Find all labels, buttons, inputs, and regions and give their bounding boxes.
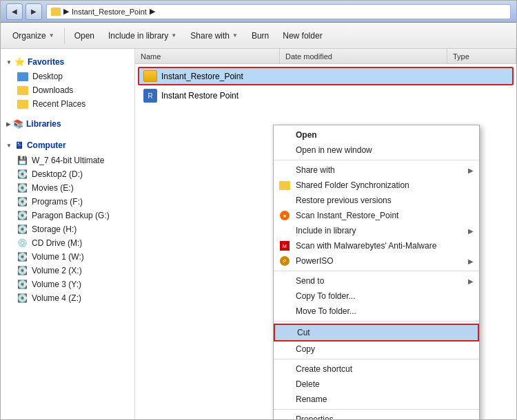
sidebar-item-drive-6[interactable]: 💿 CD Drive (M:) [1, 236, 134, 250]
libraries-header[interactable]: ▶ 📚 Libraries [1, 116, 134, 132]
drive-icon-1: 💽 [17, 169, 28, 179]
file-folder-icon-0 [143, 70, 157, 82]
sidebar-item-drive-3[interactable]: 💽 Programs (F:) [1, 195, 134, 209]
ctx-item-include-library[interactable]: Include in library ▶ [274, 223, 479, 238]
col-date-label: Date modified [285, 52, 332, 61]
organize-button[interactable]: Organize ▼ [6, 26, 61, 45]
burn-label: Burn [252, 31, 269, 41]
forward-button[interactable]: ▶ [26, 3, 42, 20]
ctx-item-open[interactable]: Open [274, 127, 479, 143]
favorites-header[interactable]: ▼ ⭐ Favorites [1, 54, 134, 70]
ctx-malwarebytes-label: Scan with Malwarebytes' Anti-Malware [296, 241, 436, 251]
col-name-label: Name [141, 52, 161, 61]
ctx-item-move-to-folder[interactable]: Move To folder... [274, 304, 479, 319]
sidebar-item-drive-0[interactable]: 💾 W_7 64-bit Ultimate [1, 154, 134, 167]
include-library-button[interactable]: Include in library ▼ [102, 26, 183, 45]
drive-label-2: Movies (E:) [32, 183, 74, 193]
new-folder-button[interactable]: New folder [276, 26, 328, 45]
ctx-rename-label: Rename [296, 395, 327, 404]
sidebar-item-drive-4[interactable]: 💽 Paragon Backup (G:) [1, 209, 134, 222]
sidebar-item-recent-places[interactable]: Recent Places [1, 97, 134, 111]
address-path-folder: Instant_Restore_Point [72, 8, 147, 16]
drive-label-5: Storage (H:) [32, 224, 77, 234]
address-bar[interactable]: ▶ Instant_Restore_Point ▶ [46, 4, 511, 19]
ctx-item-copy-to-folder[interactable]: Copy To folder... [274, 288, 479, 304]
ctx-send-to-arrow: ▶ [468, 277, 474, 285]
explorer-window: ◀ ▶ ▶ Instant_Restore_Point ▶ Organize ▼… [0, 0, 517, 420]
drive-icon-6: 💿 [17, 238, 28, 248]
ctx-properties-label: Properties [296, 414, 334, 419]
ctx-sep-5 [274, 409, 479, 410]
sidebar: ▼ ⭐ Favorites Desktop Downloads Recent P… [1, 49, 135, 419]
computer-label: Computer [27, 140, 66, 150]
ctx-item-poweriso[interactable]: P PowerISO ▶ [274, 253, 479, 269]
libraries-triangle: ▶ [6, 121, 10, 127]
libraries-label: Libraries [26, 119, 61, 129]
ctx-item-cut[interactable]: Cut [274, 324, 479, 342]
col-header-type[interactable]: Type [447, 49, 516, 63]
ctx-shared-folder-sync-label: Shared Folder Synchronization [296, 180, 409, 190]
new-folder-label: New folder [283, 31, 322, 41]
drive-label-8: Volume 2 (X:) [32, 266, 82, 275]
ctx-item-share-with[interactable]: Share with ▶ [274, 162, 479, 178]
computer-triangle: ▼ [6, 143, 12, 149]
share-with-button[interactable]: Share with ▼ [184, 26, 244, 45]
ctx-poweriso-label: PowerISO [296, 256, 334, 266]
ctx-copy-to-folder-label: Copy To folder... [296, 291, 356, 301]
ctx-item-rename[interactable]: Rename [274, 392, 479, 407]
folder-icon [51, 8, 61, 16]
col-type-label: Type [453, 52, 469, 61]
open-button[interactable]: Open [68, 26, 101, 45]
drive-icon-8: 💽 [17, 266, 28, 275]
sidebar-item-drive-2[interactable]: 💽 Movies (E:) [1, 181, 134, 195]
ctx-include-library-arrow: ▶ [468, 227, 474, 235]
ctx-item-send-to[interactable]: Send to ▶ [274, 273, 479, 288]
computer-header[interactable]: ▼ 🖥 Computer [1, 137, 134, 154]
ctx-move-to-folder-label: Move To folder... [296, 306, 356, 316]
sidebar-item-drive-5[interactable]: 💽 Storage (H:) [1, 222, 134, 236]
file-item-1[interactable]: R Instant Restore Point [138, 85, 514, 106]
back-button[interactable]: ◀ [6, 3, 23, 20]
drive-label-6: CD Drive (M:) [32, 238, 82, 248]
drive-label-10: Volume 4 (Z:) [32, 293, 81, 303]
drive-icon-10: 💽 [17, 293, 28, 303]
ctx-cut-label: Cut [297, 328, 310, 337]
ctx-item-shared-folder-sync[interactable]: Shared Folder Synchronization [274, 178, 479, 193]
ctx-sep-3 [274, 321, 479, 322]
ctx-restore-previous-label: Restore previous versions [296, 196, 392, 205]
open-label: Open [74, 31, 94, 41]
address-path-arrow2: ▶ [150, 7, 155, 16]
col-header-name[interactable]: Name [135, 49, 280, 63]
ctx-item-delete[interactable]: Delete [274, 377, 479, 392]
ctx-malware-icon: M [279, 240, 290, 251]
content-area: ▼ ⭐ Favorites Desktop Downloads Recent P… [1, 49, 516, 419]
ctx-item-malwarebytes[interactable]: M Scan with Malwarebytes' Anti-Malware [274, 238, 479, 253]
ctx-poweriso-arrow: ▶ [468, 258, 474, 265]
drive-label-7: Volume 1 (W:) [32, 252, 84, 262]
share-with-arrow: ▼ [232, 32, 238, 39]
sidebar-item-drive-7[interactable]: 💽 Volume 1 (W:) [1, 250, 134, 264]
sidebar-item-drive-1[interactable]: 💽 Desktop2 (D:) [1, 167, 134, 181]
burn-button[interactable]: Burn [245, 26, 275, 45]
file-item-0[interactable]: Instant_Restore_Point [138, 67, 514, 85]
favorites-label: Favorites [28, 57, 64, 67]
sidebar-item-desktop[interactable]: Desktop [1, 70, 134, 83]
address-path-arrow: ▶ [63, 7, 69, 16]
toolbar-sep1 [64, 28, 65, 44]
sidebar-item-downloads[interactable]: Downloads [1, 83, 134, 97]
ctx-item-properties[interactable]: Properties [274, 412, 479, 419]
sidebar-item-drive-10[interactable]: 💽 Volume 4 (Z:) [1, 291, 134, 305]
file-restore-icon-1: R [143, 89, 157, 103]
drive-label-3: Programs (F:) [32, 197, 83, 207]
sidebar-item-drive-8[interactable]: 💽 Volume 2 (X:) [1, 264, 134, 277]
ctx-item-create-shortcut[interactable]: Create shortcut [274, 361, 479, 377]
col-header-date[interactable]: Date modified [280, 49, 447, 63]
ctx-item-scan[interactable]: ● Scan Instant_Restore_Point [274, 208, 479, 223]
ctx-item-copy[interactable]: Copy [274, 342, 479, 357]
ctx-scan-icon: ● [279, 210, 290, 221]
ctx-item-restore-previous[interactable]: Restore previous versions [274, 193, 479, 208]
sidebar-item-drive-9[interactable]: 💽 Volume 3 (Y:) [1, 277, 134, 291]
nav-buttons: ◀ ▶ [6, 3, 42, 20]
ctx-item-open-new-window[interactable]: Open in new window [274, 143, 479, 158]
favorites-icon: ⭐ [14, 57, 25, 67]
